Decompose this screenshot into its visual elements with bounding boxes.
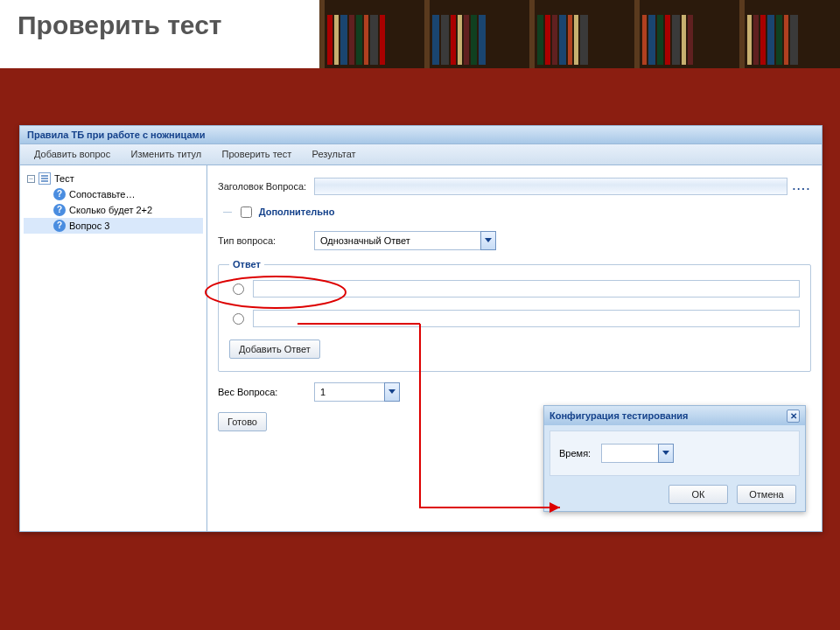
- question-title-label: Заголовок Вопроса:: [218, 181, 314, 192]
- question-type-label: Тип вопроса:: [218, 235, 314, 246]
- chevron-down-icon[interactable]: [480, 231, 496, 250]
- done-button[interactable]: Готово: [218, 412, 267, 431]
- tree-item[interactable]: ? Сколько будет 2+2: [24, 202, 203, 218]
- chevron-down-icon[interactable]: [658, 444, 674, 463]
- collapse-icon[interactable]: −: [27, 175, 35, 183]
- answer-radio[interactable]: [233, 284, 244, 295]
- answer-row: [229, 310, 800, 327]
- tree-item-label: Вопрос 3: [69, 220, 109, 231]
- weight-label: Вес Вопроса:: [218, 387, 314, 397]
- question-title-more-button[interactable]: ....: [793, 180, 811, 192]
- additional-label: Дополнительно: [259, 206, 335, 217]
- tree-item[interactable]: ? Сопоставьте…: [24, 186, 203, 202]
- answer-radio[interactable]: [233, 313, 244, 325]
- close-icon[interactable]: ✕: [787, 410, 800, 423]
- question-icon: ?: [53, 188, 66, 200]
- library-banner: [319, 0, 840, 68]
- chevron-down-icon[interactable]: [384, 382, 400, 402]
- additional-checkbox[interactable]: [241, 206, 252, 218]
- time-input[interactable]: [601, 444, 658, 463]
- tree-root[interactable]: − Тест: [24, 171, 203, 186]
- question-type-select[interactable]: [314, 231, 496, 250]
- cancel-button[interactable]: Отмена: [737, 485, 796, 504]
- time-label: Время:: [559, 448, 591, 458]
- menubar: Добавить вопрос Изменить титул Проверить…: [19, 144, 822, 165]
- time-spinner[interactable]: [601, 444, 674, 463]
- menu-add-question[interactable]: Добавить вопрос: [25, 144, 119, 163]
- app-window: Правила ТБ при работе с ножницами Добави…: [19, 125, 822, 532]
- tree-item[interactable]: ? Вопрос 3: [24, 218, 203, 234]
- question-form: Заголовок Вопроса: .... Дополнительно Ти…: [207, 165, 822, 531]
- answer-fieldset: Ответ Добавить Ответ: [218, 259, 811, 372]
- window-title: Правила ТБ при работе с ножницами: [19, 125, 822, 144]
- weight-input[interactable]: [314, 382, 384, 402]
- menu-result[interactable]: Результат: [304, 144, 365, 163]
- question-title-input[interactable]: [314, 178, 788, 195]
- answer-input[interactable]: [253, 310, 800, 327]
- add-answer-button[interactable]: Добавить Ответ: [229, 340, 320, 359]
- menu-change-title[interactable]: Изменить титул: [122, 144, 211, 163]
- additional-toggle[interactable]: Дополнительно: [218, 204, 811, 220]
- question-type-value[interactable]: [314, 231, 480, 250]
- test-config-dialog: Конфигурация тестирования ✕ Время:: [543, 405, 806, 512]
- tree-item-label: Сопоставьте…: [69, 189, 135, 200]
- menu-check-test[interactable]: Проверить тест: [214, 144, 301, 163]
- page-title: Проверить тест: [18, 10, 222, 40]
- page-icon: [38, 172, 51, 185]
- weight-spinner[interactable]: [314, 382, 400, 402]
- ok-button[interactable]: ОК: [668, 485, 728, 504]
- tree-item-label: Сколько будет 2+2: [69, 205, 152, 215]
- dialog-title: Конфигурация тестирования: [550, 410, 688, 421]
- svg-marker-0: [485, 238, 492, 242]
- answer-input[interactable]: [253, 280, 800, 298]
- question-tree: − Тест ? Сопоставьте… ? Сколько будет 2+…: [20, 165, 207, 531]
- tree-root-label: Тест: [54, 173, 74, 184]
- question-icon: ?: [53, 220, 66, 232]
- question-icon: ?: [53, 204, 66, 216]
- answer-legend: Ответ: [229, 259, 264, 270]
- svg-marker-1: [388, 389, 396, 394]
- answer-row: [229, 280, 800, 298]
- svg-marker-2: [662, 451, 669, 455]
